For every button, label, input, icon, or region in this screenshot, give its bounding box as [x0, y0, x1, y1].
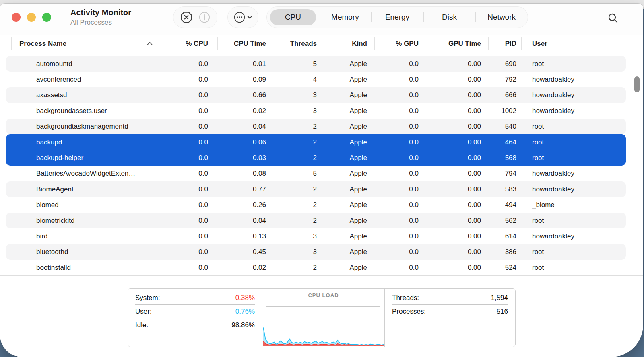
column-header-pid[interactable]: PID — [488, 35, 521, 52]
cell-threads: 2 — [274, 138, 324, 146]
table-row[interactable]: BiomeAgent0.00.772Apple0.00.00583howardo… — [6, 181, 626, 197]
column-header-kind[interactable]: Kind — [324, 35, 374, 52]
table-row[interactable]: backgroundtaskmanagementd0.00.042Apple0.… — [6, 119, 626, 134]
user-value: 0.76% — [235, 308, 255, 316]
cell-pid: 690 — [488, 60, 521, 68]
tab-cpu[interactable]: CPU — [267, 7, 319, 28]
table-row[interactable]: automountd0.00.015Apple0.00.00690root — [6, 56, 626, 72]
column-header-label: Threads — [290, 40, 317, 48]
cell-kind: Apple — [324, 248, 374, 256]
cell-name: backgroundassets.user — [6, 107, 161, 115]
cell-gpu: 0.0 — [374, 60, 425, 68]
cell-pid: 792 — [488, 76, 521, 84]
tab-memory[interactable]: Memory — [319, 7, 372, 28]
info-circle-icon — [198, 11, 211, 23]
table-row[interactable]: backgroundassets.user0.00.023Apple0.00.0… — [6, 103, 626, 119]
table-row[interactable]: bootinstalld0.00.022Apple0.00.00524root — [6, 260, 626, 275]
more-options-button[interactable] — [233, 11, 252, 23]
table-row[interactable]: bird0.00.133Apple0.00.00614howardoakley — [6, 228, 626, 244]
user-cpu-row: User: 0.76% — [135, 305, 255, 318]
cell-cpu-time: 0.26 — [217, 201, 274, 209]
system-label: System: — [135, 294, 160, 302]
column-header-gpu-time[interactable]: GPU Time — [425, 35, 488, 52]
cell-gpu: 0.0 — [374, 232, 425, 240]
cell-gpu-time: 0.00 — [425, 232, 488, 240]
tab-disk[interactable]: Disk — [423, 7, 476, 28]
cell-pid: 464 — [488, 138, 521, 146]
ellipsis-circle-icon — [233, 11, 246, 23]
window-subtitle: All Processes — [70, 18, 131, 27]
tab-energy[interactable]: Energy — [371, 7, 423, 28]
column-header-user[interactable]: User — [521, 35, 587, 52]
cell-user: root — [521, 217, 587, 225]
cell-cpu-time: 0.13 — [217, 232, 274, 240]
fullscreen-button[interactable] — [42, 13, 51, 22]
table-row[interactable]: biometrickitd0.00.042Apple0.00.00562root — [6, 213, 626, 228]
sort-ascending-icon — [147, 42, 161, 45]
tab-label: CPU — [285, 13, 301, 22]
cell-pid: 1002 — [488, 107, 521, 115]
column-header-threads[interactable]: Threads — [274, 35, 324, 52]
header-divider — [0, 52, 643, 52]
cell-cpu-time: 0.04 — [217, 123, 274, 131]
tab-network[interactable]: Network — [475, 7, 528, 28]
cell-cpu: 0.0 — [161, 232, 217, 240]
cell-cpu: 0.0 — [161, 185, 217, 193]
cell-cpu-time: 0.04 — [217, 217, 274, 225]
cell-name: biometrickitd — [6, 217, 161, 225]
cell-cpu-time: 0.02 — [217, 107, 274, 115]
stop-process-button[interactable] — [180, 11, 192, 23]
tab-label: Energy — [385, 13, 409, 22]
cell-pid: 494 — [488, 201, 521, 209]
cell-kind: Apple — [324, 217, 374, 225]
cell-kind: Apple — [324, 76, 374, 84]
column-header-label: User — [532, 40, 547, 48]
minimize-button[interactable] — [27, 13, 36, 22]
cell-name: avconferenced — [6, 76, 161, 84]
table-row[interactable]: BatteriesAvocadoWidgetExten…0.00.085Appl… — [6, 166, 626, 181]
column-header-gpu[interactable]: % GPU — [374, 35, 425, 52]
cell-name: axassetsd — [6, 91, 161, 99]
cell-threads: 2 — [274, 154, 324, 162]
cell-gpu: 0.0 — [374, 170, 425, 178]
table-row[interactable]: avconferenced0.00.094Apple0.00.00792howa… — [6, 72, 626, 87]
process-table: automountd0.00.015Apple0.00.00690rootavc… — [6, 56, 626, 275]
cell-threads: 3 — [274, 248, 324, 256]
column-header-process-name[interactable]: Process Name — [6, 35, 161, 52]
table-row[interactable]: bluetoothd0.00.453Apple0.00.00386root — [6, 244, 626, 260]
column-header-spacer — [587, 35, 626, 52]
cell-cpu: 0.0 — [161, 76, 217, 84]
table-row[interactable]: backupd-helper0.00.032Apple0.00.00568roo… — [6, 150, 626, 166]
cell-name: backupd — [6, 138, 161, 146]
cell-cpu: 0.0 — [161, 264, 217, 272]
cell-gpu-time: 0.00 — [425, 201, 488, 209]
cell-gpu: 0.0 — [374, 91, 425, 99]
system-value: 0.38% — [235, 294, 255, 302]
column-header-label: Process Name — [19, 40, 66, 48]
cell-threads: 3 — [274, 107, 324, 115]
idle-label: Idle: — [135, 321, 148, 329]
cell-user: howardoakley — [521, 107, 587, 115]
table-row[interactable]: backupd0.00.062Apple0.00.00464root — [6, 134, 626, 150]
search-icon — [608, 13, 618, 23]
cell-user: howardoakley — [521, 232, 587, 240]
desktop-background: Activity Monitor All Processes — [0, 0, 644, 357]
cell-cpu-time: 0.77 — [217, 185, 274, 193]
table-row[interactable]: axassetsd0.00.663Apple0.00.00666howardoa… — [6, 87, 626, 103]
cell-cpu: 0.0 — [161, 138, 217, 146]
close-button[interactable] — [12, 13, 21, 22]
column-header-label: % GPU — [396, 40, 419, 48]
cell-name: bootinstalld — [6, 264, 161, 272]
search-button[interactable] — [606, 11, 620, 25]
cell-user: root — [521, 154, 587, 162]
table-row[interactable]: biomed0.00.262Apple0.00.00494_biome — [6, 197, 626, 213]
cell-kind: Apple — [324, 264, 374, 272]
scrollbar-thumb[interactable] — [634, 76, 640, 92]
column-header-cpu[interactable]: % CPU — [161, 35, 217, 52]
threads-row: Threads: 1,594 — [392, 291, 508, 305]
cell-gpu-time: 0.00 — [425, 264, 488, 272]
cell-cpu: 0.0 — [161, 248, 217, 256]
counts-section: Threads: 1,594 Processes: 516 — [384, 289, 515, 347]
column-header-cpu-time[interactable]: CPU Time — [217, 35, 274, 52]
inspect-process-button[interactable] — [198, 11, 211, 23]
